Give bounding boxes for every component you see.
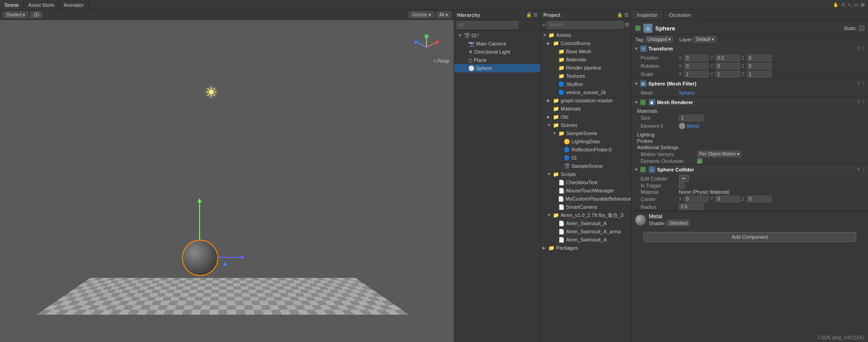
additional-settings-label[interactable]: Additional Settings xyxy=(632,144,868,150)
hierarchy-item-maincamera[interactable]: 📷 Main Camera xyxy=(454,40,540,48)
radius-input[interactable] xyxy=(679,203,704,210)
project-item-skybox[interactable]: 🔵 SkyBox xyxy=(541,80,631,88)
project-item-materials2[interactable]: 📁 Materials xyxy=(541,105,631,113)
hierarchy-item-sphere[interactable]: ⚪ Sphere xyxy=(454,64,540,72)
project-item-airen[interactable]: ▼ 📁 Airen_v1.0_2.79.fbx_集合_3 xyxy=(541,211,631,219)
lighting-section-label[interactable]: Lighting xyxy=(632,131,868,137)
project-item-cosmobunny[interactable]: ▶ 📁 CosmoBunny xyxy=(541,39,631,47)
mat-size-input[interactable] xyxy=(679,115,704,121)
probes-section-label[interactable]: Probes xyxy=(632,137,868,144)
position-y-input[interactable] xyxy=(715,55,740,61)
scene-content[interactable]: ☀ ▲ Y X xyxy=(0,20,454,342)
rotate-tool-icon[interactable]: ↺ xyxy=(841,2,845,7)
rotation-z-input[interactable] xyxy=(747,63,772,70)
rect-tool-icon[interactable]: ▭ xyxy=(854,2,858,7)
scale-z-input[interactable] xyxy=(747,71,772,78)
project-menu-icon[interactable]: ☰ xyxy=(624,12,628,17)
spherecollider-menu-btn[interactable]: ⋮ xyxy=(861,167,865,172)
center-x-input[interactable] xyxy=(684,196,709,202)
project-item-01[interactable]: 🔵 01 xyxy=(541,154,631,162)
mesh-value[interactable]: Sphere xyxy=(679,90,695,96)
project-settings-icon[interactable]: ⚙ xyxy=(625,22,629,28)
rotation-y-input[interactable] xyxy=(715,63,740,70)
2d-toggle[interactable]: 2D xyxy=(30,11,42,18)
project-item-assets[interactable]: ▼ 📁 Assets xyxy=(541,31,631,39)
transform-header[interactable]: ▼ T Transform ? ⋮ xyxy=(632,44,868,54)
project-item-textures[interactable]: 📁 Textures xyxy=(541,72,631,80)
project-item-samplescene2[interactable]: 🎬 SampleScene xyxy=(541,162,631,170)
hierarchy-lock-icon[interactable]: 🔒 xyxy=(526,12,532,17)
all-dropdown[interactable]: All ▾ xyxy=(436,11,451,18)
project-lock-icon[interactable]: 🔒 xyxy=(617,12,622,17)
scale-tool-icon[interactable]: ⤡ xyxy=(848,2,851,7)
project-item-samplescene[interactable]: ▼ 📁 SampleScene xyxy=(541,129,631,137)
motion-vectors-dropdown[interactable]: Per Object Motion ▾ xyxy=(697,151,742,157)
add-component-button[interactable]: Add Component xyxy=(643,232,856,242)
z-axis-handle[interactable]: ▲ xyxy=(222,260,228,267)
layer-dropdown[interactable]: Default ▾ xyxy=(693,36,716,43)
spherecollider-enabled[interactable] xyxy=(640,167,646,172)
project-item-smartcamera[interactable]: 📄 SmartCamera xyxy=(541,203,631,211)
project-item-airen-a3[interactable]: 📄 Airen_Swimsuit_A xyxy=(541,236,631,244)
project-item-scenes[interactable]: ▼ 📁 Scenes xyxy=(541,121,631,129)
hierarchy-search-input[interactable] xyxy=(456,21,518,29)
project-item-mycustom[interactable]: 📄 MyCustomPlayableBehaviour xyxy=(541,195,631,203)
project-item-reflectionprobe[interactable]: 🔵 ReflectionProbe-0 xyxy=(541,146,631,154)
meshfilter-header[interactable]: ▼ ⊞ Sphere (Mesh Filter) ? ⋮ xyxy=(632,79,868,89)
tab-animator[interactable]: Animator xyxy=(59,0,89,10)
center-z-input[interactable] xyxy=(747,196,772,202)
project-item-basemesh[interactable]: 📁 Base Mesh xyxy=(541,47,631,55)
project-item-checkboxtest[interactable]: 📄 CheckboxTest xyxy=(541,178,631,186)
transform-tool-icon[interactable]: ⊞ xyxy=(861,2,864,7)
meshfilter-menu-btn[interactable]: ⋮ xyxy=(861,81,865,86)
material-name[interactable]: Metal xyxy=(687,123,699,129)
orientation-gizmo[interactable]: Y X Z xyxy=(413,34,440,61)
hierarchy-item-plane[interactable]: ◻ Plane xyxy=(454,56,540,64)
y-axis-handle[interactable] xyxy=(199,199,200,240)
center-y-input[interactable] xyxy=(715,196,740,202)
hierarchy-item-root[interactable]: ▼ 🎬 01* xyxy=(454,31,540,40)
is-trigger-checkbox[interactable] xyxy=(679,183,684,188)
project-item-renderpipeline[interactable]: 📁 Render pipeline xyxy=(541,64,631,72)
project-add-icon[interactable]: + xyxy=(542,22,545,28)
scale-y-input[interactable] xyxy=(715,71,740,78)
tab-occlusion[interactable]: Occlusion xyxy=(663,10,697,20)
project-item-airen-a1[interactable]: 📄 Airen_Swimsuit_A xyxy=(541,219,631,227)
spherecollider-header[interactable]: ▼ ○ Sphere Collider ? ⋮ xyxy=(632,165,868,175)
tab-inspector[interactable]: Inspector xyxy=(632,10,663,20)
position-z-input[interactable] xyxy=(747,55,772,61)
hierarchy-item-directionallight[interactable]: ☀ Directional Light xyxy=(454,48,540,56)
shader-dropdown[interactable]: Standard xyxy=(667,220,690,226)
meshrenderer-info-btn[interactable]: ? xyxy=(857,100,859,105)
project-item-materials[interactable]: 📁 Materials xyxy=(541,55,631,64)
tab-asset-store[interactable]: Asset Store xyxy=(24,0,59,10)
project-item-lightingdata[interactable]: 🟡 LightingData xyxy=(541,137,631,146)
dynamic-occlusion-checkbox[interactable]: ✓ xyxy=(697,158,702,164)
scale-x-input[interactable] xyxy=(684,71,709,78)
shading-dropdown[interactable]: Shaded ▾ xyxy=(3,11,28,18)
static-checkbox[interactable] xyxy=(859,25,864,31)
meshfilter-info-btn[interactable]: ? xyxy=(857,81,859,86)
hierarchy-menu-icon[interactable]: ☰ xyxy=(533,12,537,17)
project-item-venice[interactable]: 🔵 venice_sunset_2k xyxy=(541,88,631,96)
transform-info-btn[interactable]: ? xyxy=(857,46,859,51)
sphere-object[interactable]: ▲ xyxy=(182,240,218,276)
x-axis-handle[interactable] xyxy=(217,257,245,258)
project-item-obi[interactable]: ▶ 📁 Obi xyxy=(541,113,631,121)
project-item-scripts[interactable]: ▼ 📁 Scripts xyxy=(541,170,631,178)
materials-section-label[interactable]: Materials xyxy=(632,107,868,114)
meshrenderer-menu-btn[interactable]: ⋮ xyxy=(861,100,865,105)
move-tool-icon[interactable]: ✋ xyxy=(833,2,838,7)
meshrenderer-enabled[interactable] xyxy=(640,100,646,105)
project-item-airen-a2[interactable]: 📄 Airen_Swimsuit_A_arma xyxy=(541,227,631,236)
gizmos-btn[interactable]: Gizmos ▾ xyxy=(409,11,434,18)
project-item-mousetouchmanager[interactable]: 📄 MouseTouchManager xyxy=(541,186,631,195)
rotation-x-input[interactable] xyxy=(684,63,709,70)
project-item-graphvis[interactable]: ▶ 📁 graph-visualizer-master xyxy=(541,96,631,105)
project-search-input[interactable] xyxy=(547,21,623,29)
tag-dropdown[interactable]: Untagged ▾ xyxy=(645,36,673,43)
meshrenderer-header[interactable]: ▼ ◼ Mesh Renderer ? ⋮ xyxy=(632,97,868,107)
position-x-input[interactable] xyxy=(684,55,709,61)
object-enabled-checkbox[interactable] xyxy=(635,25,641,31)
project-item-packages[interactable]: ▶ 📁 Packages xyxy=(541,244,631,252)
